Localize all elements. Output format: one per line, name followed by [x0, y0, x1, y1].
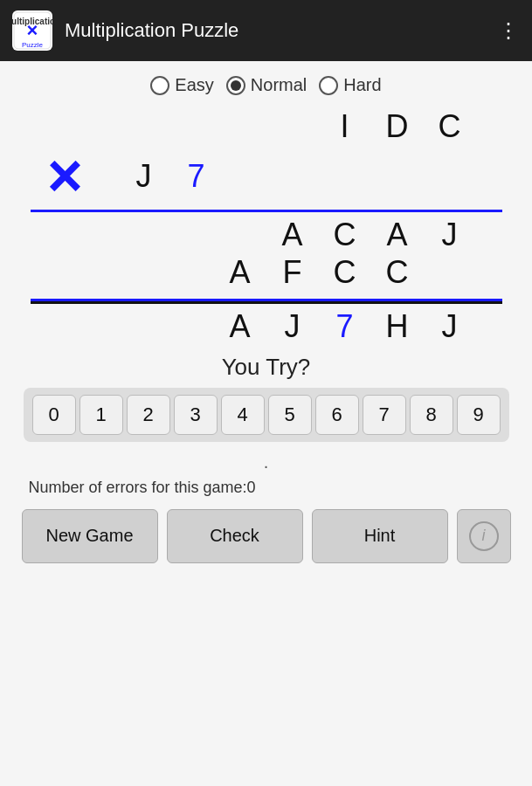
- info-icon: i: [469, 521, 499, 551]
- top-divider-line: [31, 210, 502, 212]
- radio-hard[interactable]: [319, 76, 338, 95]
- partial1-0: A: [266, 216, 319, 253]
- double-divider: [31, 299, 502, 304]
- multiplier-J: J: [118, 157, 170, 195]
- num-btn-1[interactable]: 1: [79, 395, 123, 435]
- difficulty-row: Easy Normal Hard: [150, 75, 381, 95]
- partial2-1: F: [266, 253, 319, 291]
- dot-indicator: .: [264, 452, 269, 473]
- result-4: J: [424, 307, 476, 345]
- svg-text:×: ×: [27, 19, 38, 41]
- top-bar: Multiplication × Puzzle Multiplication P…: [0, 0, 532, 61]
- result-1: J: [266, 307, 319, 345]
- num-btn-4[interactable]: 4: [221, 395, 265, 435]
- multiplicand-1: D: [371, 107, 424, 145]
- error-count-row: Number of errors for this game:0: [22, 479, 511, 497]
- number-pad: 0 1 2 3 4 5 6 7 8 9: [24, 388, 509, 442]
- check-button[interactable]: Check: [167, 509, 303, 563]
- num-btn-7[interactable]: 7: [363, 395, 406, 435]
- errors-label: Number of errors for this game:: [29, 479, 247, 496]
- main-content: Easy Normal Hard I D C × J 7: [0, 61, 532, 786]
- num-btn-3[interactable]: 3: [174, 395, 218, 435]
- result-3: H: [371, 307, 424, 345]
- multiplicand-0: I: [319, 107, 371, 145]
- num-btn-0[interactable]: 0: [32, 395, 76, 435]
- normal-label: Normal: [251, 75, 307, 95]
- partial1-1: C: [319, 216, 371, 253]
- difficulty-normal[interactable]: Normal: [226, 75, 307, 95]
- easy-label: Easy: [175, 75, 213, 95]
- num-btn-6[interactable]: 6: [315, 395, 359, 435]
- app-logo: Multiplication × Puzzle: [12, 10, 52, 51]
- new-game-button[interactable]: New Game: [22, 509, 158, 563]
- hard-label: Hard: [343, 75, 381, 95]
- difficulty-easy[interactable]: Easy: [150, 75, 213, 95]
- menu-icon[interactable]: ⋮: [498, 18, 520, 43]
- puzzle-area: I D C × J 7 A C A J A F C C: [22, 107, 511, 345]
- partial2-3: C: [371, 253, 424, 291]
- app-title: Multiplication Puzzle: [65, 19, 498, 42]
- partial2-2: C: [319, 253, 371, 291]
- partial1-3: J: [424, 216, 476, 253]
- multiplicand-2: C: [424, 107, 476, 145]
- bottom-buttons: New Game Check Hint i: [22, 509, 511, 563]
- partial2-0: A: [214, 253, 266, 291]
- num-btn-8[interactable]: 8: [410, 395, 453, 435]
- you-try-label: You Try?: [222, 354, 311, 381]
- partial1-2: A: [371, 216, 424, 253]
- operator-row: × J 7: [31, 145, 502, 206]
- result-0: A: [214, 307, 266, 345]
- errors-count: 0: [247, 479, 256, 496]
- difficulty-hard[interactable]: Hard: [319, 75, 381, 95]
- radio-easy[interactable]: [150, 76, 169, 95]
- partial2-row: A F C C: [31, 253, 502, 291]
- radio-normal[interactable]: [226, 76, 245, 95]
- num-btn-2[interactable]: 2: [127, 395, 170, 435]
- multiply-x-icon: ×: [31, 145, 100, 206]
- info-button[interactable]: i: [457, 509, 511, 563]
- num-btn-9[interactable]: 9: [457, 395, 501, 435]
- result-row: A J 7 H J: [31, 307, 502, 345]
- num-btn-5[interactable]: 5: [268, 395, 312, 435]
- hint-button[interactable]: Hint: [312, 509, 448, 563]
- info-icon-label: i: [482, 527, 486, 545]
- multiplicand-row: I D C: [31, 107, 502, 145]
- multiplier-7: 7: [170, 157, 223, 195]
- partial1-row: A C A J: [31, 216, 502, 253]
- svg-text:Puzzle: Puzzle: [22, 41, 44, 49]
- result-2: 7: [319, 307, 371, 345]
